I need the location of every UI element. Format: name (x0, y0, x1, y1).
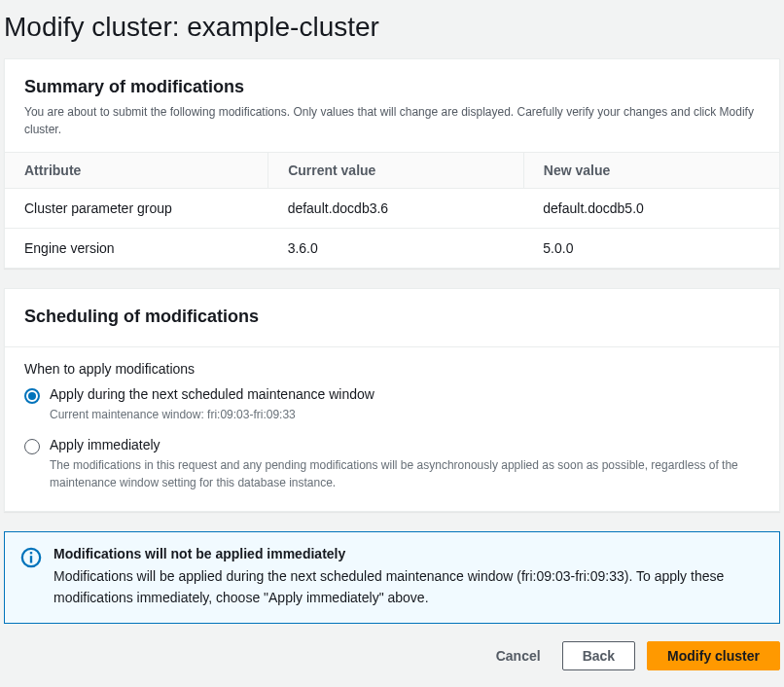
radio-content: Apply during the next scheduled maintena… (50, 386, 760, 423)
scheduling-header: Scheduling of modifications (5, 289, 779, 346)
cell-current: default.docdb3.6 (268, 189, 524, 229)
col-attribute: Attribute (5, 153, 268, 189)
table-row: Engine version 3.6.0 5.0.0 (5, 229, 779, 269)
cell-current: 3.6.0 (268, 229, 524, 269)
radio-label[interactable]: Apply during the next scheduled maintena… (50, 386, 760, 402)
radio-desc: Current maintenance window: fri:09:03-fr… (50, 406, 760, 423)
cell-new: default.docdb5.0 (523, 189, 779, 229)
radio-next-window[interactable]: Apply during the next scheduled maintena… (24, 386, 760, 423)
cell-attribute: Engine version (5, 229, 268, 269)
radio-icon[interactable] (24, 439, 40, 454)
info-text: Modifications will be applied during the… (53, 565, 764, 609)
col-new: New value (523, 153, 779, 189)
info-title: Modifications will not be applied immedi… (53, 546, 764, 561)
radio-immediately[interactable]: Apply immediately The modifications in t… (24, 437, 760, 491)
modify-cluster-button[interactable]: Modify cluster (647, 641, 780, 670)
radio-icon[interactable] (24, 388, 40, 404)
radio-label[interactable]: Apply immediately (50, 437, 760, 452)
col-current: Current value (268, 153, 524, 189)
radio-content: Apply immediately The modifications in t… (50, 437, 760, 491)
summary-header: Summary of modifications You are about t… (5, 59, 779, 152)
table-row: Cluster parameter group default.docdb3.6… (5, 189, 779, 229)
summary-title: Summary of modifications (24, 77, 760, 97)
summary-panel: Summary of modifications You are about t… (4, 58, 780, 269)
info-box: Modifications will not be applied immedi… (4, 531, 780, 624)
page-title: Modify cluster: example-cluster (0, 0, 784, 58)
cancel-button[interactable]: Cancel (486, 642, 551, 669)
info-icon (20, 547, 42, 568)
scheduling-panel: Scheduling of modifications When to appl… (4, 288, 780, 512)
scheduling-body: When to apply modifications Apply during… (5, 346, 779, 511)
radio-desc: The modifications in this request and an… (50, 456, 760, 491)
when-to-apply-label: When to apply modifications (24, 361, 760, 377)
scheduling-title: Scheduling of modifications (24, 307, 760, 327)
info-content: Modifications will not be applied immedi… (53, 546, 764, 609)
back-button[interactable]: Back (562, 641, 635, 670)
cell-attribute: Cluster parameter group (5, 189, 268, 229)
cell-new: 5.0.0 (523, 229, 779, 269)
svg-rect-1 (30, 556, 32, 562)
summary-subtitle: You are about to submit the following mo… (24, 103, 760, 138)
modifications-table: Attribute Current value New value Cluste… (5, 152, 779, 268)
svg-rect-2 (30, 552, 32, 554)
footer: Cancel Back Modify cluster (0, 641, 784, 684)
